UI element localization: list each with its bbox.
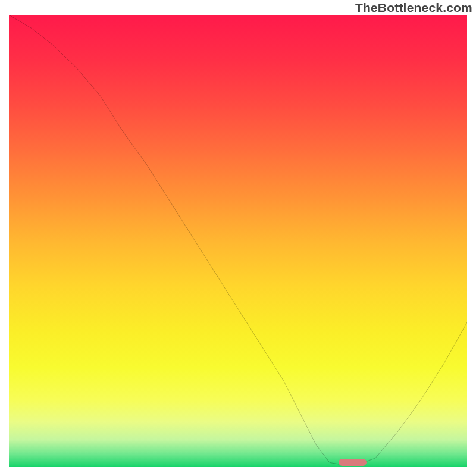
- chart-area: [9, 15, 467, 467]
- chart-background: [9, 15, 467, 467]
- watermark-text: TheBottleneck.com: [355, 1, 472, 15]
- chart-svg: [9, 15, 467, 467]
- optimum-marker: [339, 459, 366, 466]
